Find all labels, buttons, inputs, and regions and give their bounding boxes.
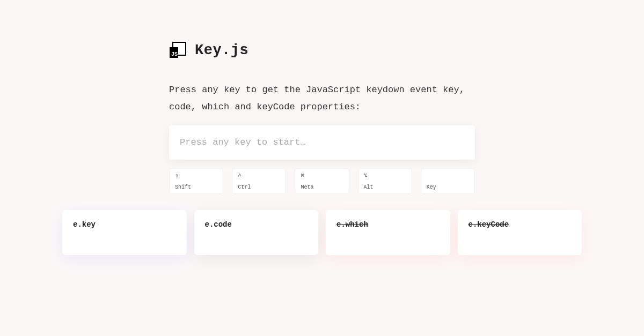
result-label: e.keyCode	[469, 220, 509, 229]
modifier-key-shift[interactable]: ⇧ Shift	[169, 168, 223, 194]
modifier-label: Ctrl	[238, 185, 280, 190]
key-input[interactable]	[180, 137, 464, 147]
result-card-which: e.which	[326, 210, 450, 255]
description-text: Press any key to get the JavaScript keyd…	[169, 81, 475, 116]
modifier-key-alt[interactable]: ⌥ Alt	[358, 168, 412, 194]
alt-icon: ⌥	[364, 173, 406, 179]
modifier-label: Meta	[301, 185, 343, 190]
result-label: e.key	[73, 220, 96, 229]
key-input-container[interactable]	[169, 125, 475, 160]
modifier-key-meta[interactable]: ⌘ Meta	[295, 168, 349, 194]
shift-icon: ⇧	[175, 173, 217, 179]
result-card-keycode: e.keyCode	[458, 210, 582, 255]
js-logo-icon: JS	[169, 42, 186, 59]
modifier-label: Key	[427, 185, 469, 190]
page-title: Key.js	[195, 42, 248, 58]
result-label: e.which	[336, 220, 368, 229]
modifier-label: Shift	[175, 185, 217, 190]
ctrl-icon: ^	[238, 173, 280, 179]
result-label: e.code	[205, 220, 232, 229]
modifier-key-generic[interactable]: Key	[421, 168, 475, 194]
svg-text:JS: JS	[171, 51, 178, 57]
meta-icon: ⌘	[301, 173, 343, 179]
modifier-key-ctrl[interactable]: ^ Ctrl	[232, 168, 286, 194]
result-card-key: e.key	[62, 210, 187, 255]
result-card-code: e.code	[194, 210, 319, 255]
modifier-label: Alt	[364, 185, 406, 190]
